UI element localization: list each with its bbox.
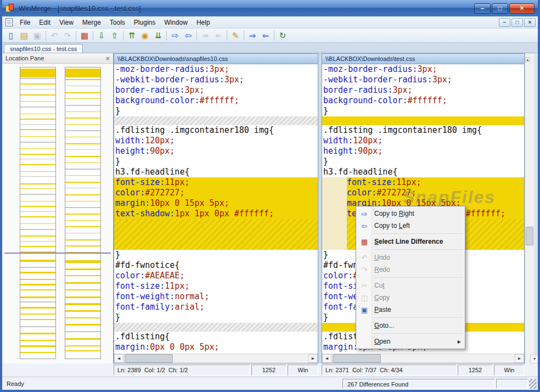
context-copy-to-right[interactable]: ⇨Copy to Right xyxy=(357,208,464,220)
resize-grip[interactable] xyxy=(529,379,537,389)
context-open[interactable]: Open▶ xyxy=(357,335,464,348)
code-line: -moz-border-radius:3px; xyxy=(114,64,318,75)
scroll-left-icon[interactable]: ◀ xyxy=(114,354,123,363)
context-copy-to-left[interactable]: ⇦Copy to Left xyxy=(357,220,464,232)
current-difference-button[interactable]: ◉ xyxy=(138,29,151,42)
auto-merge-button[interactable]: ⇒ xyxy=(246,29,259,42)
copy-all-left-button[interactable]: ⇐ xyxy=(259,29,272,42)
menu-help[interactable]: Help xyxy=(192,17,215,28)
first-difference-button[interactable]: ⇈ xyxy=(125,29,138,42)
toolbar-separator xyxy=(244,31,244,41)
diff-stripe xyxy=(65,275,100,276)
last-difference-button[interactable]: ⇊ xyxy=(151,29,165,42)
code-line: } xyxy=(322,156,524,167)
current-difference-icon: ◉ xyxy=(141,31,148,40)
left-hscroll-thumb[interactable] xyxy=(125,354,173,363)
cut-icon: ✂ xyxy=(357,282,372,290)
scroll-left-icon[interactable]: ◀ xyxy=(322,354,331,363)
select-line-difference-button[interactable]: ▦ xyxy=(78,29,91,42)
menu-merge[interactable]: Merge xyxy=(78,17,105,28)
right-cursor-position: Ln: 2371 Col: 7/37 Ch: 4/34 xyxy=(322,365,457,376)
location-bar-right[interactable] xyxy=(65,67,101,359)
context-copy: ◫Copy xyxy=(357,292,464,304)
diff-stripe xyxy=(20,289,55,290)
redo-icon: ↷ xyxy=(64,31,71,40)
code-line: } xyxy=(114,156,318,167)
copy-to-left-icon: ⇦ xyxy=(357,222,372,230)
scroll-right-icon[interactable]: ▶ xyxy=(308,354,318,363)
left-hscroll-track[interactable] xyxy=(173,354,308,363)
vscroll-thumb[interactable] xyxy=(526,227,533,245)
diff-stripe xyxy=(65,117,100,119)
maximize-button[interactable]: □ xyxy=(492,3,508,14)
skipped-stripe xyxy=(20,194,55,195)
skipped-stripe xyxy=(20,124,55,125)
menu-plugins[interactable]: Plugins xyxy=(130,17,160,28)
menu-file[interactable]: File xyxy=(15,17,35,28)
close-icon[interactable]: × xyxy=(105,55,110,62)
right-hscroll-track[interactable] xyxy=(381,354,515,363)
title-bar: WinMerge - [snapfiles10.css - test.css] … xyxy=(2,0,538,16)
diff-stripe xyxy=(20,307,55,309)
context-select-line-difference[interactable]: ▦Select Line Difference xyxy=(357,236,464,248)
left-code-editor[interactable]: -moz-border-radius:3px;-webkit-border-ra… xyxy=(114,64,318,354)
new-file-button[interactable]: ▯ xyxy=(4,29,18,42)
skipped-stripe xyxy=(65,169,100,170)
previous-difference-icon: ⇧ xyxy=(111,31,119,40)
mdi-minimize-button[interactable]: – xyxy=(499,18,510,27)
copy-left-button[interactable]: ⇦ xyxy=(182,29,195,42)
scroll-down-icon[interactable]: ▼ xyxy=(530,355,539,363)
diff-stripe xyxy=(20,183,55,184)
diff-stripe xyxy=(20,206,55,207)
mdi-restore-button[interactable]: □ xyxy=(511,18,523,27)
skipped-stripe xyxy=(65,86,100,86)
scroll-right-icon[interactable]: ▶ xyxy=(515,354,524,363)
diff-stripe xyxy=(20,101,55,102)
diff-stripe xyxy=(65,163,100,163)
copy-right-icon: ⇨ xyxy=(172,31,179,40)
menu-view[interactable]: View xyxy=(55,17,78,28)
refresh-button[interactable]: ↻ xyxy=(276,29,289,42)
options-button[interactable]: ✎ xyxy=(229,29,242,42)
code-line: } xyxy=(114,106,318,116)
undo-button: ↶ xyxy=(48,29,61,42)
location-bar-left[interactable] xyxy=(20,67,56,359)
skipped-stripe xyxy=(20,107,55,108)
next-difference-button[interactable]: ⇩ xyxy=(95,29,108,42)
mdi-close-button[interactable]: × xyxy=(524,18,536,27)
left-horizontal-scrollbar[interactable]: ◀ ▶ xyxy=(114,354,318,363)
scroll-up-icon[interactable]: ▲ xyxy=(525,57,530,62)
diff-stripe xyxy=(20,154,55,155)
diff-stripe xyxy=(20,313,55,315)
minimize-button[interactable]: – xyxy=(474,3,491,14)
tab-snapfiles10-test[interactable]: snapfiles10.css - test.css xyxy=(4,44,83,53)
skipped-lines-band xyxy=(114,116,318,125)
copy-right-button[interactable]: ⇨ xyxy=(168,29,182,42)
menu-items: FileEditViewMergeToolsPluginsWindowHelp xyxy=(15,17,215,28)
menu-edit[interactable]: Edit xyxy=(35,17,55,28)
previous-difference-button[interactable]: ⇧ xyxy=(108,29,121,42)
right-horizontal-scrollbar[interactable]: ◀ ▶ xyxy=(322,354,524,363)
diff-stripe xyxy=(65,194,100,195)
menu-tools[interactable]: Tools xyxy=(105,17,130,28)
menu-separator xyxy=(373,333,463,334)
open-file-button[interactable]: ▤ xyxy=(18,29,31,42)
toolbar-separator xyxy=(93,31,93,41)
close-button[interactable]: × xyxy=(509,3,535,14)
menu-item-label: Undo xyxy=(372,254,464,261)
context-paste[interactable]: ▣Paste xyxy=(357,304,464,316)
context-goto[interactable]: Goto... xyxy=(357,320,464,332)
code-line: width:120px; xyxy=(322,136,524,146)
vertical-scrollbar[interactable]: ▲ ▼ xyxy=(525,53,534,363)
diff-stripe xyxy=(20,129,55,130)
menu-item-label: Goto... xyxy=(372,322,464,329)
diff-stripe xyxy=(65,239,100,240)
copy-to-right-icon: ⇨ xyxy=(357,210,372,218)
winmerge-app-icon xyxy=(5,4,15,13)
right-eol-style: Win xyxy=(494,365,525,376)
menu-window[interactable]: Window xyxy=(160,17,192,28)
code-line: height:90px; xyxy=(114,146,318,156)
right-hscroll-thumb[interactable] xyxy=(333,354,381,363)
code-line: width:120px; xyxy=(114,136,318,146)
code-line: text-shadow:1px 1px 0px #ffffff; xyxy=(114,209,318,219)
